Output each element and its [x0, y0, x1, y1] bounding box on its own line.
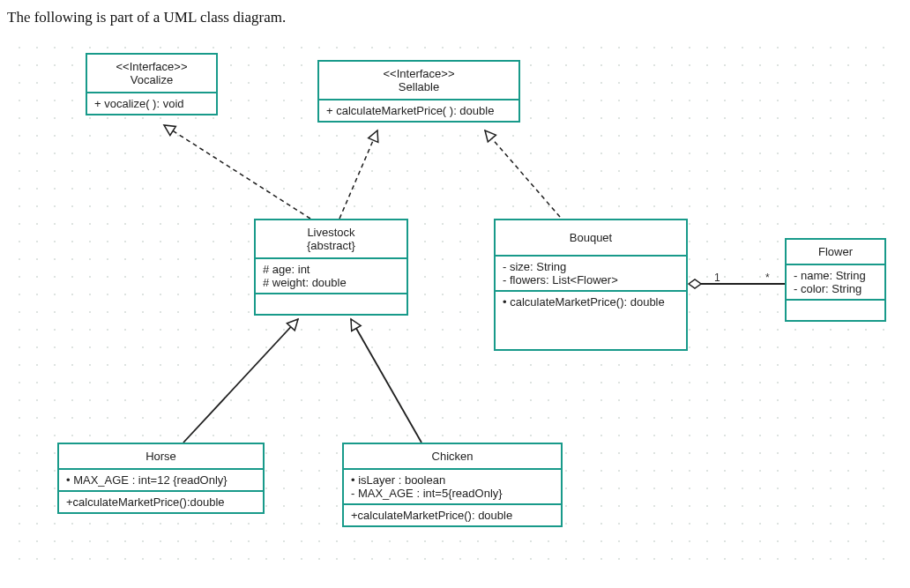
chicken-name: Chicken [432, 450, 474, 463]
flower-attr-0: - name: String [794, 269, 877, 282]
class-flower: Flower - name: String - color: String [785, 238, 886, 322]
livestock-name: Livestock [307, 226, 354, 239]
edge-horse-livestock [183, 319, 298, 443]
vocalize-stereotype: <<Interface>> [94, 60, 209, 73]
class-vocalize: <<Interface>> Vocalize + vocalize( ): vo… [86, 53, 218, 115]
horse-attr-0: • MAX_AGE : int=12 {readOnly} [66, 473, 256, 487]
bouquet-name: Bouquet [570, 231, 612, 244]
edge-bouquet-sellable [485, 130, 560, 217]
livestock-modifier: {abstract} [307, 239, 355, 252]
class-livestock: Livestock {abstract} # age: int # weight… [254, 219, 408, 316]
diagram-caption: The following is part of a UML class dia… [0, 0, 910, 30]
livestock-attr-0: # age: int [263, 263, 399, 276]
bouquet-method-0: • calculateMarketPrice(): double [503, 295, 679, 309]
vocalize-name: Vocalize [131, 73, 173, 86]
edge-livestock-vocalize [164, 125, 310, 219]
horse-method-0: +calculateMarketPrice():double [66, 495, 256, 509]
multiplicity-bouquet: 1 [714, 272, 720, 284]
chicken-attr-0: • isLayer : boolean [351, 473, 554, 487]
sellable-stereotype: <<Interface>> [326, 67, 511, 80]
class-bouquet: Bouquet - size: String - flowers: List<F… [494, 219, 688, 351]
flower-name: Flower [818, 245, 853, 258]
horse-name: Horse [145, 450, 176, 463]
chicken-method-0: +calculateMarketPrice(): double [351, 509, 554, 522]
flower-attr-1: - color: String [794, 282, 877, 295]
edge-chicken-livestock [351, 319, 421, 443]
class-chicken: Chicken • isLayer : boolean - MAX_AGE : … [342, 443, 563, 527]
uml-canvas: 1 * <<Interface>> Vocalize + vocalize( )… [9, 37, 899, 566]
multiplicity-flower: * [765, 272, 770, 284]
chicken-attr-1: - MAX_AGE : int=5{readOnly} [351, 487, 554, 500]
sellable-method-0: + calculateMarketPrice( ): double [326, 104, 511, 117]
bouquet-attr-0: - size: String [503, 260, 679, 273]
livestock-attr-1: # weight: double [263, 276, 399, 289]
sellable-name: Sellable [399, 80, 439, 93]
class-sellable: <<Interface>> Sellable + calculateMarket… [317, 60, 520, 123]
edge-livestock-sellable [339, 130, 377, 219]
vocalize-method-0: + vocalize( ): void [94, 97, 209, 110]
bouquet-attr-1: - flowers: List<Flower> [503, 273, 679, 287]
class-horse: Horse • MAX_AGE : int=12 {readOnly} +cal… [57, 443, 265, 514]
